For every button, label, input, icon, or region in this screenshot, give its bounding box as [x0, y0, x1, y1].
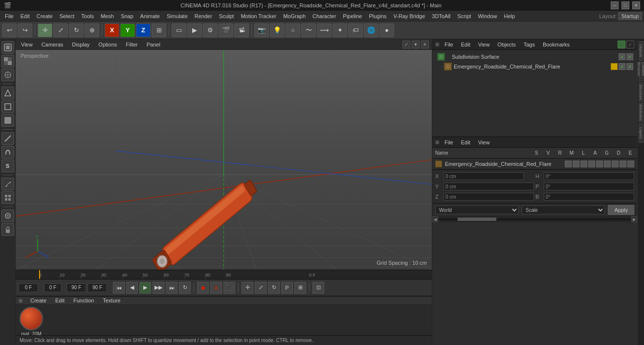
- render-active-button[interactable]: 🎬: [219, 23, 233, 37]
- material-function-button[interactable]: Function: [70, 297, 97, 304]
- coord-h-input[interactable]: [544, 172, 634, 180]
- left-vertex[interactable]: [1, 87, 14, 99]
- sidebar-tab-objects[interactable]: Objects: [639, 41, 644, 61]
- scroll-thumb[interactable]: [458, 218, 496, 221]
- menu-pipeline[interactable]: Pipeline: [340, 12, 365, 20]
- viewport-3d[interactable]: Perspective: [16, 50, 432, 270]
- play-button[interactable]: ▶: [139, 282, 151, 294]
- attr-object-row[interactable]: Emergency_Roadside_Chemical_Red_Flare: [432, 159, 637, 169]
- viewport-settings[interactable]: ▼: [412, 41, 420, 48]
- auto-key-button[interactable]: A: [210, 282, 222, 294]
- render-region-button[interactable]: ▭: [172, 23, 186, 37]
- attr-ctrl-3[interactable]: [580, 161, 587, 167]
- y-axis-button[interactable]: Y: [120, 23, 135, 37]
- rotate-keyframe-button[interactable]: ↻: [268, 282, 280, 294]
- menu-vray-bridge[interactable]: V-Ray Bridge: [391, 12, 428, 20]
- minimize-button[interactable]: ─: [611, 1, 619, 9]
- go-start-button[interactable]: ⏮: [113, 282, 125, 294]
- coord-scale-select[interactable]: Scale Size: [522, 206, 605, 214]
- current-frame-field[interactable]: 0 F: [19, 283, 38, 292]
- redo-button[interactable]: ↪: [18, 23, 32, 37]
- attr-ctrl-8[interactable]: [620, 161, 626, 167]
- menu-render[interactable]: Render: [192, 12, 215, 20]
- next-frame-button[interactable]: ▶▶: [153, 282, 164, 294]
- left-checkerboard[interactable]: [1, 55, 14, 68]
- obj-menu-bookmarks[interactable]: Bookmarks: [540, 41, 572, 48]
- obj-menu-edit[interactable]: Edit: [459, 41, 473, 48]
- flare-check2[interactable]: ✓: [626, 63, 633, 70]
- stop-button[interactable]: ⬛: [223, 282, 235, 294]
- obj-menu-view[interactable]: View: [476, 41, 492, 48]
- menu-3dtoall[interactable]: 3DToAll: [429, 12, 453, 20]
- sidebar-tab-attributes[interactable]: Attributes: [639, 103, 644, 122]
- viewport-maximize[interactable]: ⤢: [402, 41, 410, 48]
- menu-character[interactable]: Character: [310, 12, 339, 20]
- material-edit-button[interactable]: Edit: [52, 297, 67, 304]
- left-snap-toggle[interactable]: [1, 209, 14, 222]
- left-grid2[interactable]: [1, 191, 14, 204]
- scale-keyframe-button[interactable]: ⤢: [255, 282, 266, 294]
- attr-menu-view[interactable]: View: [476, 138, 492, 146]
- z-axis-button[interactable]: Z: [136, 23, 151, 37]
- left-magnet[interactable]: [1, 146, 14, 159]
- attr-menu-file[interactable]: File: [442, 138, 456, 146]
- menu-animate[interactable]: Animate: [137, 12, 163, 20]
- flare-tag-yellow[interactable]: [611, 63, 618, 70]
- coord-p-input[interactable]: [544, 183, 634, 190]
- left-line[interactable]: [1, 132, 14, 145]
- scene-button[interactable]: 🌐: [364, 23, 378, 37]
- left-knife[interactable]: [1, 178, 14, 190]
- scroll-left-arrow[interactable]: ◀: [432, 216, 438, 222]
- grid-keyframe-button[interactable]: ⊞: [294, 282, 306, 294]
- world-axis-button[interactable]: ⊞: [152, 23, 166, 37]
- preview-end-field[interactable]: 90 F: [88, 283, 107, 292]
- obj-menu-file[interactable]: File: [442, 41, 456, 48]
- preview-start-field[interactable]: 0 F: [44, 283, 62, 292]
- menu-file[interactable]: File: [2, 12, 17, 20]
- material-swatch[interactable]: [20, 307, 43, 330]
- material-item[interactable]: mat_20M: [20, 307, 43, 337]
- attr-ctrl-7[interactable]: [612, 161, 619, 167]
- scale-tool-button[interactable]: ⤢: [53, 23, 68, 37]
- render-animation-button[interactable]: 📽: [234, 23, 249, 37]
- viewport-menu-panel[interactable]: Panel: [144, 41, 163, 48]
- menu-mograph[interactable]: MoGraph: [280, 12, 309, 20]
- go-end-button[interactable]: ⏭: [166, 282, 178, 294]
- menu-script[interactable]: Script: [454, 12, 474, 20]
- menu-tools[interactable]: Tools: [78, 12, 97, 20]
- prev-frame-button[interactable]: ◀: [126, 282, 138, 294]
- menu-edit[interactable]: Edit: [18, 12, 33, 20]
- attr-ctrl-6[interactable]: [604, 161, 611, 167]
- move-tool-button[interactable]: ✛: [38, 23, 52, 37]
- attr-ctrl-1[interactable]: [565, 161, 572, 167]
- left-s-tool[interactable]: S: [1, 160, 14, 172]
- menu-mesh[interactable]: Mesh: [98, 12, 117, 20]
- maximize-button[interactable]: □: [622, 1, 629, 9]
- obj-menu-tags[interactable]: Tags: [521, 41, 537, 48]
- transform-tool-button[interactable]: ⊕: [85, 23, 99, 37]
- attr-ctrl-9[interactable]: [627, 161, 634, 167]
- viewport-menu-display[interactable]: Display: [69, 41, 92, 48]
- menu-window[interactable]: Window: [475, 12, 500, 20]
- spline-button[interactable]: 〜: [301, 23, 316, 37]
- attr-ctrl-5[interactable]: [596, 161, 603, 167]
- obj-item-flare[interactable]: Emergency_Roadside_Chemical_Red_Flare ✓ …: [434, 62, 635, 71]
- loop-button[interactable]: ↻: [179, 282, 191, 294]
- layout-selector[interactable]: Startup: [618, 12, 642, 20]
- material-preview-button[interactable]: ●: [379, 23, 394, 37]
- menu-select[interactable]: Select: [57, 12, 78, 20]
- obj-check-icon[interactable]: ✓: [626, 41, 634, 48]
- param-button[interactable]: P: [281, 282, 293, 294]
- render-view-button[interactable]: ▶: [187, 23, 202, 37]
- left-edge[interactable]: [1, 100, 14, 113]
- timeline-expand-button[interactable]: ⊡: [312, 282, 324, 294]
- flare-vis-check[interactable]: ✓: [619, 63, 625, 70]
- apply-button[interactable]: Apply: [608, 205, 634, 215]
- menu-simulate[interactable]: Simulate: [164, 12, 191, 20]
- end-frame-field[interactable]: 90 F: [67, 283, 86, 292]
- material-texture-button[interactable]: Texture: [100, 297, 123, 304]
- material-create-button[interactable]: Create: [27, 297, 49, 304]
- menu-help[interactable]: Help: [501, 12, 518, 20]
- viewport-close[interactable]: ✕: [421, 41, 429, 48]
- sidebar-tab-content-browser[interactable]: Content Browser: [639, 62, 644, 81]
